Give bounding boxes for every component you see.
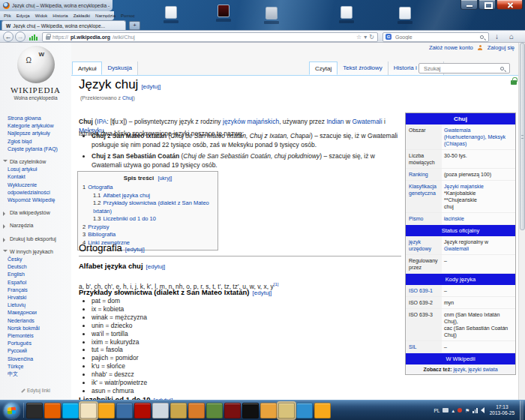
menu-item[interactable]: Edycja [16,14,30,18]
search-bar[interactable]: G [382,32,489,42]
taskbar-app-icon[interactable] [224,403,241,418]
taskbar-app-icon[interactable] [80,403,97,418]
toc-item[interactable]: 3Bibliografia [82,231,213,239]
browser-tab[interactable]: W Język chuj – Wikipedia, wolna encyklop… [2,20,126,30]
taskbar-app-icon[interactable] [206,403,223,418]
language-indicator[interactable]: PL [434,408,440,413]
wiki-search-magnifier-icon[interactable] [500,67,504,70]
sidebar-item[interactable]: 中文 [8,370,71,378]
footer-link[interactable]: język [453,367,465,372]
wikipedia-logo[interactable]: Ω W WIKIPEDIA Wolna encyklopedia [0,46,71,100]
country-link[interactable]: Gwatemali [444,246,469,251]
menu-item[interactable]: Zakładki [74,14,90,18]
edit-links[interactable]: Edytuj linki [21,388,50,393]
infobox-label-link[interactable]: język urzędowy [406,236,442,254]
show-desktop-button[interactable] [520,400,524,420]
infobox-label-link[interactable]: Ranking [406,169,442,180]
maximize-button[interactable] [478,0,496,10]
forward-button[interactable]: → [15,32,26,42]
sidebar-item[interactable]: Македонски [8,309,71,316]
sidebar-item[interactable]: Slovenčina [8,356,71,363]
sidebar-item[interactable]: Strona główna [8,115,71,122]
page-tab[interactable]: Tekst źródłowy [338,62,388,75]
menu-item[interactable]: Narzędzia [95,14,116,18]
browser-search-input[interactable] [394,34,478,40]
toc-item[interactable]: 1Ortografia [82,184,213,192]
status-dot-icon[interactable] [458,408,462,412]
action-center-flag-icon[interactable]: ⚑ [465,408,470,413]
taskbar-app-icon[interactable] [44,403,61,418]
extension-bars-icon[interactable] [29,34,38,40]
network-icon[interactable] [472,408,478,413]
page-tab[interactable]: Artykuł [72,62,102,75]
sidebar-item[interactable]: English [8,271,71,278]
new-tab-button[interactable]: + [129,21,140,30]
printer-icon[interactable] [442,408,448,412]
scrollbar-track[interactable] [518,43,525,400]
sidebar-item[interactable]: Français [8,286,71,294]
back-button[interactable]: ← [3,32,14,42]
sidebar-item[interactable]: Norsk bokmål [8,325,71,332]
taskbar-app-icon[interactable] [26,403,43,418]
minimize-button[interactable] [460,0,478,10]
edit-section-link[interactable]: [edytuj] [253,290,272,296]
taskbar-app-icon[interactable] [62,403,79,418]
menu-item[interactable]: Historia [52,14,68,18]
search-magnifier-icon[interactable] [480,35,484,39]
downloads-icon[interactable]: ↓ [495,32,499,40]
sidebar-item[interactable]: Deutsch [8,263,71,271]
edit-section-link[interactable]: [edytuj] [125,246,145,253]
sidebar-item[interactable]: Türkçe [8,363,71,370]
infobox-label-link[interactable]: Pismo [406,213,442,224]
toc-item[interactable]: 2Przypisy [82,224,213,232]
taskbar-app-icon[interactable] [278,403,295,418]
edit-section-link[interactable]: [edytuj] [141,83,160,90]
sidebar-item[interactable]: Español [8,279,71,286]
toc-item[interactable]: 1.1Alfabet języka chuj [93,192,213,200]
reference-link[interactable]: [1] [274,282,279,286]
toc-hide-link[interactable]: [ukryj] [158,176,172,181]
toc-item[interactable]: 1.3Liczebniki od 1 do 10 [93,215,213,224]
taskbar-app-icon[interactable] [296,403,313,418]
show-hidden-icons[interactable]: ▴ [452,408,454,413]
edit-section-link[interactable]: [edytuj] [146,263,166,270]
classification-link[interactable]: Języki majańskie [444,184,484,189]
sidebar-item[interactable]: Português [8,340,71,347]
sidebar-item[interactable]: Wykluczenie odpowiedzialności [8,182,71,196]
sidebar-item[interactable]: Dla wikipedystów [3,209,71,217]
title-bar[interactable]: Język chuj – Wikipedia, wolna encykloped… [0,0,112,11]
sidebar-item[interactable]: W innych językach [3,248,71,256]
taskbar-app-icon[interactable] [98,403,115,418]
taskbar-app-icon[interactable] [242,403,259,418]
sidebar-item[interactable]: Lietuvių [8,302,71,309]
start-button[interactable] [4,403,20,418]
create-account-link[interactable]: Załóż nowe konto [429,44,473,51]
sidebar-item[interactable]: Česky [8,256,71,263]
volume-icon[interactable] [481,407,484,413]
sidebar-item[interactable]: Piemontèis [8,332,71,340]
scrollbar-thumb[interactable] [520,43,525,230]
taskbar-clock[interactable]: 17:13 2013-06-25 [490,404,514,416]
infobox-value[interactable]: łacińskie [442,213,515,224]
url-bar[interactable]: https://pl.wikipedia.org/wiki/Chuj ☆ ▾ ↻ [42,32,378,42]
infobox-label-link[interactable]: ISO 639-1 [406,285,442,296]
sidebar-item[interactable]: Drukuj lub eksportuj [3,236,71,243]
search-engine-icon[interactable]: G [386,34,392,40]
bookmark-star-icon[interactable]: ☆ [356,34,362,40]
login-link[interactable]: Zaloguj się [488,44,514,51]
page-tab[interactable]: Dyskusja [102,62,137,75]
menu-item[interactable]: Widok [35,14,48,18]
sidebar-item[interactable]: Narzędzia [3,222,71,230]
sidebar-item[interactable]: Nederlands [8,317,71,325]
sidebar-item[interactable]: Kategorie artykułów [8,122,71,130]
taskbar-app-icon[interactable] [314,403,331,418]
menu-item[interactable]: Plik [4,14,11,18]
home-icon[interactable]: ⌂ [509,32,514,40]
sidebar-item[interactable]: Zgłoś błąd [8,138,71,146]
toc-item[interactable]: 1.2Przykłady słownictwa (dialekt z San M… [93,200,213,215]
taskbar-app-icon[interactable] [134,403,151,418]
wiki-search-input[interactable] [422,64,500,73]
taskbar-app-icon[interactable] [188,403,205,418]
taskbar-app-icon[interactable] [260,403,277,418]
sidebar-item[interactable]: Dla czytelników [3,158,71,166]
